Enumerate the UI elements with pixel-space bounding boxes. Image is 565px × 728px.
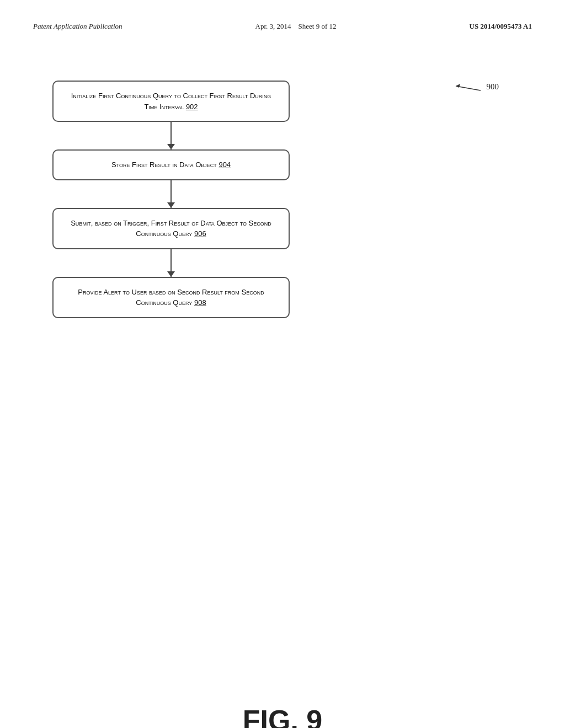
header-sheet: Sheet 9 of 12	[299, 22, 337, 30]
header-left-label: Patent Application Publication	[33, 22, 122, 31]
flow-arrow-1	[170, 122, 172, 149]
flow-box-908: Provide Alert to User based on Second Re…	[52, 277, 290, 318]
header-center-info: Apr. 3, 2014 Sheet 9 of 12	[255, 22, 337, 31]
flow-box-902: Initialize First Continuous Query to Col…	[52, 81, 290, 122]
flow-arrow-2	[170, 180, 172, 208]
flow-box-904-text: Store First Result in Data Object 904	[111, 160, 231, 169]
patent-page: Patent Application Publication Apr. 3, 2…	[0, 0, 565, 728]
flow-arrow-3	[170, 249, 172, 277]
figure-caption: FIG. 9	[243, 704, 322, 728]
svg-line-0	[456, 86, 481, 90]
figure-number-label: 900	[487, 82, 499, 92]
flow-ref-908: 908	[194, 298, 206, 307]
flowchart: Initialize First Continuous Query to Col…	[33, 81, 309, 318]
figure-number-container: 900	[450, 81, 499, 93]
page-header: Patent Application Publication Apr. 3, 2…	[33, 22, 532, 31]
flow-box-906-text: Submit, based on Trigger, First Result o…	[71, 219, 271, 238]
figure-arrow-icon	[450, 81, 483, 93]
flow-box-908-text: Provide Alert to User based on Second Re…	[78, 288, 264, 307]
flow-ref-904: 904	[218, 160, 231, 169]
header-date: Apr. 3, 2014	[255, 22, 291, 30]
flow-ref-906: 906	[194, 229, 206, 238]
flow-box-902-text: Initialize First Continuous Query to Col…	[71, 92, 271, 111]
page-content: 900 Initialize First Continuous Query to…	[33, 81, 532, 728]
flow-box-906: Submit, based on Trigger, First Result o…	[52, 208, 290, 249]
header-right-patent: US 2014/0095473 A1	[470, 22, 532, 31]
flow-box-904: Store First Result in Data Object 904	[52, 149, 290, 180]
flow-ref-902: 902	[186, 103, 198, 111]
